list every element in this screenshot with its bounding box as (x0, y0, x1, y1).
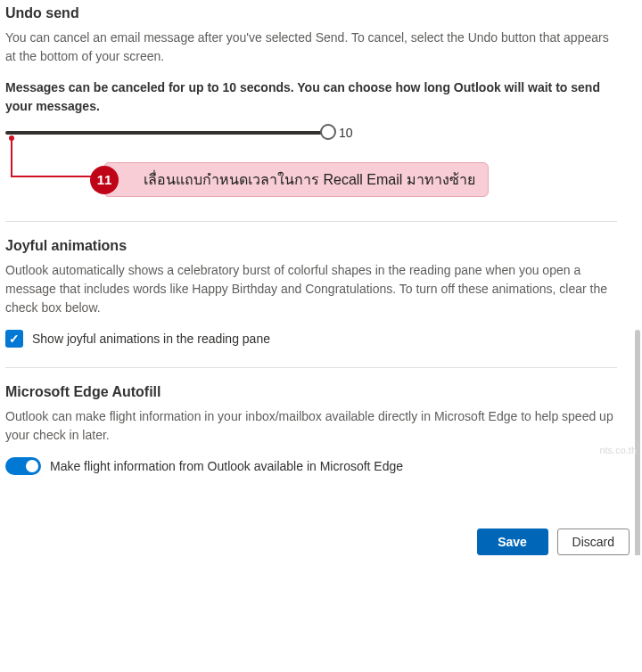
annotation-connector-line (11, 176, 91, 177)
edge-autofill-toggle-label: Make flight information from Outlook ava… (50, 459, 403, 473)
checkmark-icon: ✓ (9, 332, 20, 346)
save-button[interactable]: Save (477, 529, 548, 555)
undo-send-desc: You can cancel an email message after yo… (5, 29, 617, 66)
toggle-knob (26, 460, 38, 472)
annotation-connector-line (11, 138, 12, 176)
annotation-step-11: 11 เลื่อนแถบกำหนดเวลาในการ Recall Email … (103, 162, 489, 197)
discard-button[interactable]: Discard (557, 529, 630, 555)
joyful-desc: Outlook automatically shows a celebrator… (5, 261, 617, 317)
slider-thumb[interactable] (320, 124, 336, 140)
undo-send-title: Undo send (5, 5, 617, 21)
annotation-badge-11: 11 (90, 166, 119, 194)
divider (5, 367, 617, 368)
joyful-title: Joyful animations (5, 238, 617, 254)
scrollbar[interactable] (635, 330, 640, 555)
undo-send-slider-value: 10 (339, 126, 353, 140)
joyful-checkbox[interactable]: ✓ (5, 330, 23, 348)
annotation-text-11: เลื่อนแถบกำหนดเวลาในการ Recall Email มาท… (144, 172, 475, 187)
divider (5, 221, 617, 222)
footer: Save Discard (0, 511, 642, 555)
edge-autofill-toggle[interactable] (5, 457, 41, 475)
edge-autofill-desc: Outlook can make flight information in y… (5, 407, 617, 445)
slider-track (5, 131, 328, 135)
joyful-checkbox-label: Show joyful animations in the reading pa… (32, 332, 270, 346)
undo-send-slider-label: Messages can be canceled for up to 10 se… (5, 78, 617, 116)
undo-send-slider[interactable] (5, 125, 328, 141)
edge-autofill-title: Microsoft Edge Autofill (5, 384, 617, 400)
watermark: nts.co.th (599, 445, 637, 455)
